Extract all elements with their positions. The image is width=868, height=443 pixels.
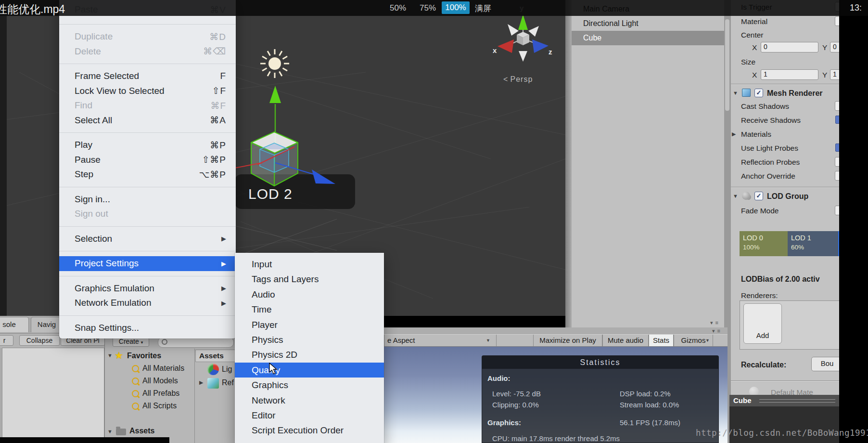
assets-tree-label[interactable]: Assets (129, 427, 154, 435)
zoom-75-button[interactable]: 75% (420, 3, 436, 13)
aspect-dropdown[interactable]: e Aspect ▼ (384, 335, 497, 346)
add-renderer-button[interactable]: Add (743, 303, 782, 344)
favorites-all-models[interactable]: All Models (142, 377, 178, 385)
favorites-all-prefabs[interactable]: All Prefabs (142, 389, 179, 398)
statistics-overlay: Statistics Audio: Level: -75.2 dB Clippi… (482, 355, 719, 443)
favorites-fold-icon[interactable]: ▼ (107, 352, 113, 358)
assets-column-tab[interactable]: Assets▸ (195, 350, 241, 362)
video-time: 13: (850, 3, 862, 13)
maximize-on-play-button[interactable]: Maximize on Play (533, 335, 602, 346)
zoom-100-button[interactable]: 100% (442, 1, 470, 14)
scene-left-edge (0, 16, 7, 316)
game-view-toolbar: e Aspect ▼ Maximize on Play Mute audio S… (332, 334, 728, 347)
recalculate-label: Recalculate: (741, 361, 786, 369)
menu-item-frame-selected[interactable]: Frame SelectedF (59, 69, 236, 84)
asset-file-2[interactable]: Ref (222, 378, 234, 387)
size-x-label: X (752, 71, 757, 79)
submenu-item-player[interactable]: Player (235, 317, 384, 332)
inspector-scrollbar[interactable] (725, 19, 729, 111)
fullscreen-button[interactable]: 满屏 (475, 3, 491, 14)
all-prefabs-search-icon (132, 390, 139, 397)
mute-audio-button[interactable]: Mute audio (602, 335, 649, 346)
menu-item-snap-settings[interactable]: Snap Settings... (59, 321, 236, 336)
submenu-item-physics-2d[interactable]: Physics 2D (235, 347, 384, 362)
favorites-all-scripts[interactable]: All Scripts (142, 402, 177, 410)
mesh-renderer-fold-icon[interactable]: ▼ (733, 90, 738, 96)
tab-navigation[interactable]: Navig (31, 317, 63, 332)
favorites-label[interactable]: Favorites (127, 352, 161, 360)
scene-hierarchy-divider[interactable] (565, 0, 572, 327)
asset-file-2-fold-icon[interactable]: ▶ (199, 379, 203, 386)
hierarchy-item-directional-light[interactable]: Directional Light (572, 16, 728, 31)
gizmo-axis-z-label[interactable]: z (549, 48, 552, 56)
fps-value: 56.1 FPS (17.8ms) (620, 418, 680, 427)
lod-group-fold-icon[interactable]: ▼ (733, 193, 738, 199)
menu-item-pause[interactable]: Pause⇧⌘P (59, 153, 236, 168)
preview-drag-handle[interactable] (759, 399, 835, 403)
center-x-field[interactable]: 0 (761, 42, 818, 52)
dsp-load: DSP load: 0.2% (620, 390, 671, 398)
preview-header[interactable]: Cube (729, 395, 839, 406)
recalculate-bounds-button[interactable]: Bou (811, 357, 843, 371)
aspect-dropdown-arrow: ▼ (486, 335, 490, 346)
cast-shadows-label: Cast Shadows (741, 102, 789, 111)
size-x-field[interactable]: 1 (761, 69, 818, 80)
gizmo-axis-x-label[interactable]: x (493, 46, 497, 54)
tab-console[interactable]: sole (0, 317, 29, 332)
menu-separator (59, 311, 236, 321)
submenu-item-audio[interactable]: Audio (235, 287, 384, 302)
project-search-input[interactable] (158, 337, 234, 348)
game-panel-menu-icon[interactable]: ▾ ≡ (712, 328, 721, 334)
submenu-item-graphics[interactable]: Graphics (235, 378, 384, 392)
menu-item-find: Find⌘F (59, 98, 236, 113)
menu-item-step[interactable]: Step⌥⌘P (59, 167, 236, 182)
gizmos-dropdown[interactable]: Gizmos ▼ (674, 335, 713, 346)
submenu-item-editor[interactable]: Editor (235, 408, 384, 423)
hierarchy-panel-menu-icon[interactable]: ▾ ≡ (710, 320, 719, 326)
clear-button[interactable]: r (0, 335, 13, 346)
center-y-label: Y (822, 43, 827, 52)
submenu-item-script-execution-order[interactable]: Script Execution Order (235, 423, 384, 438)
asset-file-1[interactable]: Lig (222, 365, 232, 374)
statistics-title: Statistics (482, 356, 718, 369)
menu-item-lock-view[interactable]: Lock View to Selected⇧F (59, 84, 236, 99)
project-columns-divider[interactable] (194, 349, 195, 443)
menu-item-selection[interactable]: Selection▶ (59, 232, 236, 247)
submenu-item-quality[interactable]: Quality (235, 363, 384, 378)
menu-item-select-all[interactable]: Select All⌘A (59, 113, 236, 128)
stats-button[interactable]: Stats (649, 335, 674, 346)
menu-separator (59, 19, 236, 29)
submenu-item-tags-and-layers[interactable]: Tags and Layers (235, 272, 384, 287)
menu-item-project-settings[interactable]: Project Settings▶ (59, 256, 236, 271)
stream-load: Stream load: 0.0% (620, 401, 679, 409)
submenu-item-time[interactable]: Time (235, 302, 384, 317)
lod-level-label: LOD 2 (248, 186, 293, 202)
persp-label[interactable]: < Persp (503, 75, 533, 84)
favorites-all-materials[interactable]: All Materials (142, 364, 184, 373)
menu-item-play[interactable]: Play⌘P (59, 138, 236, 153)
mesh-renderer-enabled-checkbox[interactable]: ✓ (754, 89, 763, 97)
watermark: http://blog.csdn.net/BoBoWang1991 (696, 428, 868, 438)
renderers-label: Renderers: (741, 291, 778, 300)
menu-item-graphics-emulation[interactable]: Graphics Emulation▶ (59, 281, 236, 296)
submenu-item-input[interactable]: Input (235, 257, 384, 272)
submenu-item-network[interactable]: Network (235, 393, 384, 408)
fade-mode-label: Fade Mode (741, 207, 779, 215)
lod-group-enabled-checkbox[interactable]: ✓ (754, 192, 763, 200)
lod0-chip[interactable]: LOD 0 100% (740, 231, 788, 256)
material-label: Material (741, 17, 767, 26)
zoom-50-button[interactable]: 50% (390, 3, 406, 13)
hierarchy-item-cube[interactable]: Cube (572, 31, 728, 45)
collapse-button[interactable]: Collapse (19, 335, 60, 346)
menu-item-network-emulation[interactable]: Network Emulation▶ (59, 296, 236, 311)
lod1-chip[interactable]: LOD 1 60% (788, 231, 838, 256)
console-log-area[interactable] (2, 348, 104, 438)
search-icon (162, 339, 167, 345)
menu-item-sign-in[interactable]: Sign in... (59, 192, 236, 207)
assets-folder-icon (116, 429, 126, 435)
materials-fold-icon[interactable]: ▶ (732, 131, 736, 137)
hierarchy-panel[interactable]: Main Camera Directional Light Cube ▾ ≡ (572, 0, 728, 328)
menu-separator (59, 271, 236, 281)
submenu-item-physics[interactable]: Physics (235, 332, 384, 347)
assets-fold-icon[interactable]: ▼ (107, 429, 113, 434)
